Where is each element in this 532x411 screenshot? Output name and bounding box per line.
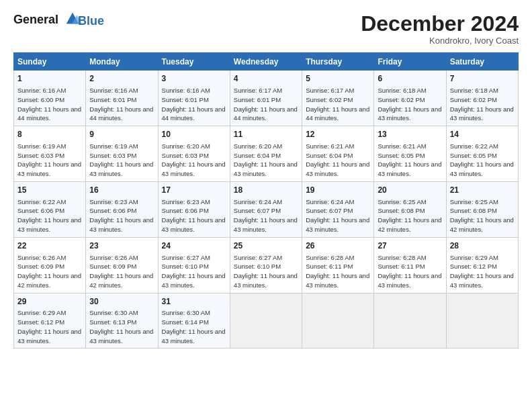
day-info: Sunrise: 6:20 AMSunset: 6:03 PMDaylight:… — [162, 142, 226, 179]
day-info: Sunrise: 6:22 AMSunset: 6:06 PMDaylight:… — [17, 197, 82, 234]
day-number: 1 — [17, 73, 82, 85]
day-number: 29 — [17, 296, 82, 308]
day-number: 25 — [234, 240, 298, 252]
day-info: Sunrise: 6:29 AMSunset: 6:12 PMDaylight:… — [17, 308, 82, 345]
day-number: 31 — [162, 296, 226, 308]
title-block: December 2024 Kondrokro, Ivory Coast — [361, 12, 519, 46]
day-cell: 20Sunrise: 6:25 AMSunset: 6:08 PMDayligh… — [374, 181, 446, 237]
day-number: 27 — [378, 240, 442, 252]
day-cell: 23Sunrise: 6:26 AMSunset: 6:09 PMDayligh… — [86, 237, 158, 293]
day-number: 3 — [162, 73, 226, 85]
day-number: 16 — [89, 185, 154, 196]
day-cell: 4Sunrise: 6:17 AMSunset: 6:01 PMDaylight… — [230, 71, 302, 126]
day-info: Sunrise: 6:22 AMSunset: 6:05 PMDaylight:… — [450, 142, 515, 179]
day-number: 24 — [162, 240, 226, 252]
day-info: Sunrise: 6:28 AMSunset: 6:11 PMDaylight:… — [306, 253, 370, 290]
day-cell: 7Sunrise: 6:18 AMSunset: 6:02 PMDaylight… — [446, 71, 518, 126]
day-number: 11 — [234, 129, 298, 140]
day-info: Sunrise: 6:16 AMSunset: 6:01 PMDaylight:… — [89, 86, 154, 123]
day-number: 12 — [306, 129, 370, 140]
day-number: 18 — [234, 185, 298, 196]
day-cell: 26Sunrise: 6:28 AMSunset: 6:11 PMDayligh… — [302, 237, 374, 293]
day-info: Sunrise: 6:17 AMSunset: 6:02 PMDaylight:… — [306, 86, 370, 123]
day-cell: 11Sunrise: 6:20 AMSunset: 6:04 PMDayligh… — [230, 126, 302, 182]
day-cell: 15Sunrise: 6:22 AMSunset: 6:06 PMDayligh… — [14, 181, 86, 237]
day-number: 5 — [306, 73, 370, 85]
day-cell: 22Sunrise: 6:26 AMSunset: 6:09 PMDayligh… — [14, 237, 86, 293]
day-number: 23 — [89, 240, 154, 252]
day-cell: 12Sunrise: 6:21 AMSunset: 6:04 PMDayligh… — [302, 126, 374, 182]
day-cell: 14Sunrise: 6:22 AMSunset: 6:05 PMDayligh… — [446, 126, 518, 182]
day-number: 8 — [17, 129, 82, 140]
day-cell: 2Sunrise: 6:16 AMSunset: 6:01 PMDaylight… — [86, 71, 158, 126]
logo-blue: Blue — [78, 14, 104, 28]
day-number: 13 — [378, 129, 442, 140]
col-header-friday: Friday — [374, 53, 446, 71]
day-info: Sunrise: 6:18 AMSunset: 6:02 PMDaylight:… — [450, 86, 515, 123]
day-number: 14 — [450, 129, 515, 140]
col-header-monday: Monday — [86, 53, 158, 71]
day-number: 26 — [306, 240, 370, 252]
day-info: Sunrise: 6:25 AMSunset: 6:08 PMDaylight:… — [450, 197, 515, 234]
day-info: Sunrise: 6:19 AMSunset: 6:03 PMDaylight:… — [17, 142, 82, 179]
col-header-thursday: Thursday — [302, 53, 374, 71]
day-info: Sunrise: 6:24 AMSunset: 6:07 PMDaylight:… — [306, 197, 370, 234]
day-cell: 10Sunrise: 6:20 AMSunset: 6:03 PMDayligh… — [158, 126, 230, 182]
day-info: Sunrise: 6:26 AMSunset: 6:09 PMDaylight:… — [89, 253, 154, 290]
day-number: 28 — [450, 240, 515, 252]
col-header-wednesday: Wednesday — [230, 53, 302, 71]
day-cell — [230, 293, 302, 349]
day-number: 15 — [17, 185, 82, 196]
day-cell: 17Sunrise: 6:23 AMSunset: 6:06 PMDayligh… — [158, 181, 230, 237]
day-info: Sunrise: 6:21 AMSunset: 6:05 PMDaylight:… — [378, 142, 442, 179]
day-info: Sunrise: 6:27 AMSunset: 6:10 PMDaylight:… — [234, 253, 298, 290]
week-row-4: 22Sunrise: 6:26 AMSunset: 6:09 PMDayligh… — [14, 237, 519, 293]
day-cell: 28Sunrise: 6:29 AMSunset: 6:12 PMDayligh… — [446, 237, 518, 293]
day-number: 17 — [162, 185, 226, 196]
day-info: Sunrise: 6:25 AMSunset: 6:08 PMDaylight:… — [378, 197, 442, 234]
day-cell: 3Sunrise: 6:16 AMSunset: 6:01 PMDaylight… — [158, 71, 230, 126]
day-cell: 27Sunrise: 6:28 AMSunset: 6:11 PMDayligh… — [374, 237, 446, 293]
day-info: Sunrise: 6:30 AMSunset: 6:14 PMDaylight:… — [162, 308, 226, 345]
day-cell: 21Sunrise: 6:25 AMSunset: 6:08 PMDayligh… — [446, 181, 518, 237]
day-number: 20 — [378, 185, 442, 196]
day-number: 22 — [17, 240, 82, 252]
col-header-saturday: Saturday — [446, 53, 518, 71]
col-header-tuesday: Tuesday — [158, 53, 230, 71]
day-info: Sunrise: 6:17 AMSunset: 6:01 PMDaylight:… — [234, 86, 298, 123]
day-number: 2 — [89, 73, 154, 85]
header-row: SundayMondayTuesdayWednesdayThursdayFrid… — [14, 53, 519, 71]
day-info: Sunrise: 6:30 AMSunset: 6:13 PMDaylight:… — [89, 308, 154, 345]
day-number: 10 — [162, 129, 226, 140]
header: General Blue December 2024 Kondrokro, Iv… — [13, 12, 519, 46]
day-number: 9 — [89, 129, 154, 140]
day-cell — [374, 293, 446, 349]
day-info: Sunrise: 6:29 AMSunset: 6:12 PMDaylight:… — [450, 253, 515, 290]
day-cell: 1Sunrise: 6:16 AMSunset: 6:00 PMDaylight… — [14, 71, 86, 126]
month-title: December 2024 — [361, 12, 519, 36]
day-info: Sunrise: 6:24 AMSunset: 6:07 PMDaylight:… — [234, 197, 298, 234]
day-number: 4 — [234, 73, 298, 85]
day-number: 7 — [450, 73, 515, 85]
day-number: 19 — [306, 185, 370, 196]
calendar-table: SundayMondayTuesdayWednesdayThursdayFrid… — [13, 52, 519, 349]
day-cell: 24Sunrise: 6:27 AMSunset: 6:10 PMDayligh… — [158, 237, 230, 293]
day-info: Sunrise: 6:21 AMSunset: 6:04 PMDaylight:… — [306, 142, 370, 179]
day-info: Sunrise: 6:26 AMSunset: 6:09 PMDaylight:… — [17, 253, 82, 290]
day-number: 30 — [89, 296, 154, 308]
day-info: Sunrise: 6:28 AMSunset: 6:11 PMDaylight:… — [378, 253, 442, 290]
day-cell: 25Sunrise: 6:27 AMSunset: 6:10 PMDayligh… — [230, 237, 302, 293]
col-header-sunday: Sunday — [14, 53, 86, 71]
subtitle: Kondrokro, Ivory Coast — [361, 36, 519, 46]
day-number: 6 — [378, 73, 442, 85]
day-info: Sunrise: 6:19 AMSunset: 6:03 PMDaylight:… — [89, 142, 154, 179]
week-row-5: 29Sunrise: 6:29 AMSunset: 6:12 PMDayligh… — [14, 293, 519, 349]
logo: General Blue — [13, 12, 104, 28]
page: General Blue December 2024 Kondrokro, Iv… — [0, 0, 532, 355]
day-cell — [302, 293, 374, 349]
day-cell: 16Sunrise: 6:23 AMSunset: 6:06 PMDayligh… — [86, 181, 158, 237]
day-cell: 6Sunrise: 6:18 AMSunset: 6:02 PMDaylight… — [374, 71, 446, 126]
day-cell: 5Sunrise: 6:17 AMSunset: 6:02 PMDaylight… — [302, 71, 374, 126]
day-cell: 29Sunrise: 6:29 AMSunset: 6:12 PMDayligh… — [14, 293, 86, 349]
week-row-1: 1Sunrise: 6:16 AMSunset: 6:00 PMDaylight… — [14, 71, 519, 126]
